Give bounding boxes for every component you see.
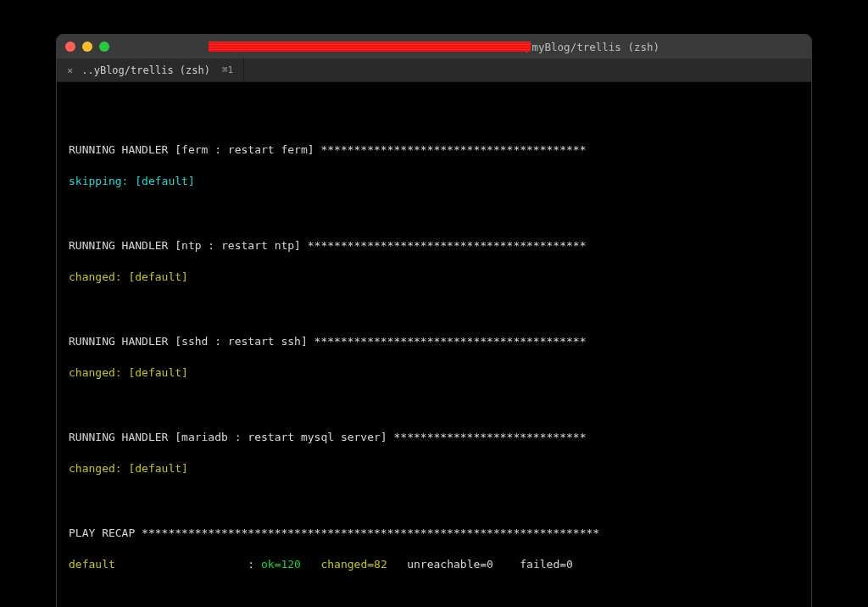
- tab-bar: ✕ ..yBlog/trellis (zsh) ⌘1: [57, 58, 811, 82]
- terminal-window: /myBlog/trellis (zsh) ✕ ..yBlog/trellis …: [56, 34, 812, 607]
- close-icon[interactable]: [65, 42, 75, 52]
- tab-shortcut: ⌘1: [222, 64, 233, 75]
- title-path-suffix: /myBlog/trellis (zsh): [526, 41, 659, 53]
- play-recap-line: default : ok=120 changed=82 unreachable=…: [69, 557, 799, 573]
- recap-failed: failed=0: [520, 558, 573, 571]
- recap-ok: ok=120: [261, 558, 301, 571]
- handler-ferm-status: skipping: [default]: [69, 174, 799, 190]
- terminal-body[interactable]: RUNNING HANDLER [ferm : restart ferm] **…: [57, 82, 811, 607]
- handler-ferm-header: RUNNING HANDLER [ferm : restart ferm] **…: [69, 142, 799, 159]
- window-title: /myBlog/trellis (zsh): [57, 41, 811, 53]
- handler-sshd-status: changed: [default]: [69, 365, 799, 381]
- handler-ntp-status: changed: [default]: [69, 270, 799, 286]
- redacted-path: [209, 42, 531, 52]
- tab-trellis[interactable]: ✕ ..yBlog/trellis (zsh) ⌘1: [57, 58, 244, 81]
- handler-mariadb-header: RUNNING HANDLER [mariadb : restart mysql…: [69, 430, 799, 446]
- output-line: [69, 398, 799, 414]
- output-line: [69, 206, 799, 222]
- recap-changed: changed=82: [320, 558, 387, 571]
- titlebar[interactable]: /myBlog/trellis (zsh): [57, 35, 811, 58]
- handler-ntp-header: RUNNING HANDLER [ntp : restart ntp] ****…: [69, 238, 799, 254]
- tab-label: ..yBlog/trellis (zsh): [81, 64, 210, 76]
- output-line: [69, 589, 799, 605]
- output-line: [69, 110, 799, 126]
- handler-mariadb-status: changed: [default]: [69, 461, 799, 477]
- tab-close-icon[interactable]: ✕: [67, 64, 73, 76]
- recap-unreachable: unreachable=0: [407, 558, 493, 571]
- recap-host: default: [69, 558, 115, 571]
- zoom-icon[interactable]: [99, 42, 109, 52]
- handler-sshd-header: RUNNING HANDLER [sshd : restart ssh] ***…: [69, 334, 799, 350]
- play-recap-header: PLAY RECAP *****************************…: [69, 526, 799, 542]
- recap-sep: :: [115, 558, 261, 571]
- window-controls: [65, 42, 109, 52]
- output-line: [69, 302, 799, 318]
- output-line: [69, 493, 799, 510]
- minimize-icon[interactable]: [82, 42, 92, 52]
